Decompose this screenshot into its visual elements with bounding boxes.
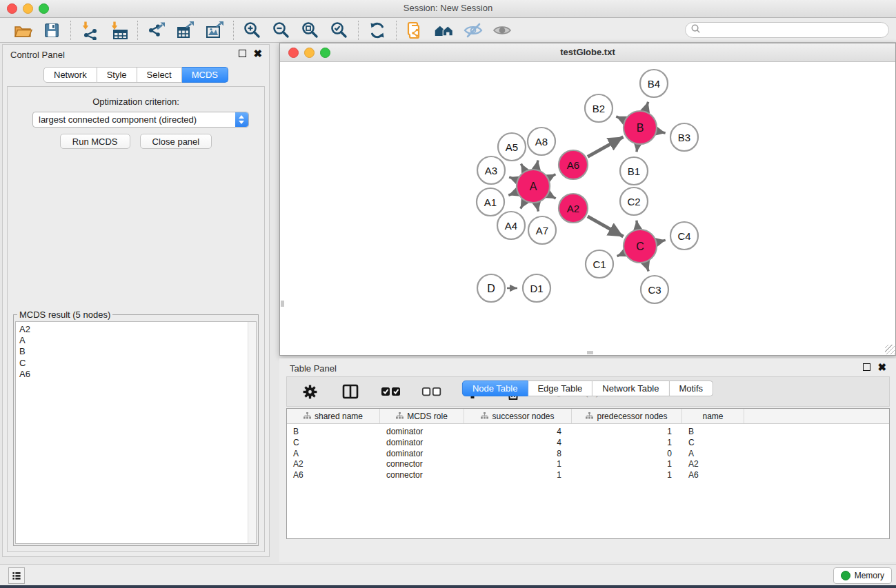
open-session-icon[interactable] <box>12 20 33 41</box>
run-mcds-button[interactable]: Run MCDS <box>60 134 130 149</box>
edge-A-A7[interactable] <box>537 204 538 211</box>
edge-A-A6[interactable] <box>550 174 556 178</box>
tab-motifs[interactable]: Motifs <box>669 381 713 396</box>
result-list-scrollbar[interactable] <box>248 322 256 543</box>
tab-select[interactable]: Select <box>137 67 182 83</box>
edge-A6-B[interactable] <box>588 137 624 157</box>
deselect-all-icon[interactable] <box>421 381 442 402</box>
graph-node-A4[interactable]: A4 <box>497 212 525 239</box>
edge-B-B4[interactable] <box>646 102 648 110</box>
graph-node-B2[interactable]: B2 <box>585 94 613 122</box>
import-network-icon[interactable] <box>79 20 100 41</box>
graph-node-A1[interactable]: A1 <box>477 188 504 216</box>
float-panel-icon[interactable] <box>239 50 246 57</box>
graph-node-C1[interactable]: C1 <box>586 250 613 278</box>
column-header-mcds-role[interactable]: MCDS role <box>380 409 464 423</box>
column-header-shared-name[interactable]: shared name <box>287 409 380 423</box>
cell-mcds-role[interactable]: connector <box>380 470 464 481</box>
edge-A-A1[interactable] <box>508 192 515 195</box>
cell-shared-name[interactable]: A2 <box>287 459 380 470</box>
cell-shared-name[interactable]: C <box>287 438 380 449</box>
cell-mcds-role[interactable]: dominator <box>380 449 464 460</box>
cell-mcds-role[interactable]: dominator <box>380 438 464 449</box>
graph-node-B3[interactable]: B3 <box>670 123 698 151</box>
graph-node-C2[interactable]: C2 <box>620 187 648 215</box>
edge-A-A2[interactable] <box>550 195 556 199</box>
zoom-in-icon[interactable] <box>242 20 263 41</box>
network-graph[interactable]: B4B2BB3A5A8A6B1A3AC2A1A2A4A7C4CC1C3DD1 <box>281 62 895 356</box>
graph-node-A7[interactable]: A7 <box>528 216 556 244</box>
graph-node-D[interactable]: D <box>477 274 505 302</box>
show-details-icon[interactable] <box>492 20 512 41</box>
close-table-panel-icon[interactable]: ✖ <box>877 364 886 371</box>
edge-B-B2[interactable] <box>616 116 623 120</box>
mcds-result-item[interactable]: A <box>19 335 256 346</box>
cell-mcds-role[interactable]: connector <box>380 459 464 470</box>
export-table-icon[interactable] <box>175 20 196 41</box>
edge-A-A4[interactable] <box>521 203 524 209</box>
mcds-result-list[interactable]: A2ABCA6 <box>15 321 257 544</box>
edge-A-A8[interactable] <box>537 161 538 168</box>
graph-node-C4[interactable]: C4 <box>670 222 698 250</box>
search-input[interactable] <box>701 25 888 36</box>
edge-C-C4[interactable] <box>658 240 665 241</box>
edge-C-C2[interactable] <box>637 221 637 228</box>
tab-network[interactable]: Network <box>43 67 97 83</box>
zoom-fit-icon[interactable] <box>300 20 321 41</box>
export-network-icon[interactable] <box>146 20 167 41</box>
close-panel-button[interactable]: Close panel <box>140 134 212 149</box>
graph-node-B1[interactable]: B1 <box>620 157 648 185</box>
close-panel-icon[interactable]: ✖ <box>253 50 262 57</box>
cell-shared-name[interactable]: A6 <box>287 470 380 481</box>
settings-icon[interactable] <box>299 381 320 402</box>
graph-node-B[interactable]: B <box>624 111 657 144</box>
edge-B-B1[interactable] <box>637 146 637 152</box>
edge-C-C3[interactable] <box>646 264 649 272</box>
edge-B-B3[interactable] <box>658 132 665 133</box>
refresh-icon[interactable] <box>367 20 388 41</box>
graph-node-C[interactable]: C <box>624 230 657 263</box>
tab-network-table[interactable]: Network Table <box>593 381 669 396</box>
zoom-selected-icon[interactable] <box>329 20 350 41</box>
search-field[interactable] <box>685 22 889 38</box>
hide-details-icon[interactable] <box>463 20 484 41</box>
graph-node-A8[interactable]: A8 <box>528 128 555 155</box>
clone-network-icon[interactable] <box>405 20 426 41</box>
task-history-button[interactable] <box>8 567 25 584</box>
export-image-icon[interactable] <box>204 20 225 41</box>
mcds-result-item[interactable]: B <box>19 346 256 357</box>
zoom-out-icon[interactable] <box>271 20 292 41</box>
tab-edge-table[interactable]: Edge Table <box>528 381 593 396</box>
graph-node-A5[interactable]: A5 <box>498 133 526 161</box>
mcds-result-item[interactable]: C <box>19 358 256 369</box>
cell-shared-name[interactable]: B <box>287 427 380 438</box>
edge-A-A5[interactable] <box>521 164 524 170</box>
cell-shared-name[interactable]: A <box>287 449 380 460</box>
cell-mcds-role[interactable]: dominator <box>380 427 464 438</box>
graph-node-B4[interactable]: B4 <box>640 70 668 97</box>
graph-node-A2[interactable]: A2 <box>559 194 588 223</box>
edge-A-A3[interactable] <box>509 177 516 180</box>
edge-A2-C[interactable] <box>588 216 624 236</box>
network-canvas[interactable]: B4B2BB3A5A8A6B1A3AC2A1A2A4A7C4CC1C3DD1 <box>281 62 895 354</box>
tab-mcds[interactable]: MCDS <box>182 67 228 83</box>
home-layout-icon[interactable] <box>434 20 455 41</box>
graph-node-A3[interactable]: A3 <box>477 156 505 184</box>
graph-node-A[interactable]: A <box>517 170 550 203</box>
tab-style[interactable]: Style <box>97 67 137 83</box>
graph-node-C3[interactable]: C3 <box>641 276 668 303</box>
float-table-panel-icon[interactable] <box>863 363 870 371</box>
mcds-result-item[interactable]: A2 <box>19 324 256 335</box>
criterion-dropdown[interactable]: largest connected component (directed) <box>32 112 249 128</box>
graph-node-A6[interactable]: A6 <box>559 150 588 179</box>
import-table-icon[interactable] <box>108 20 129 41</box>
save-session-icon[interactable] <box>41 20 62 41</box>
mcds-result-item[interactable]: A6 <box>19 369 256 380</box>
tab-node-table[interactable]: Node Table <box>462 381 528 396</box>
split-view-icon[interactable] <box>340 381 361 402</box>
memory-button[interactable]: Memory <box>833 567 892 584</box>
select-all-icon[interactable] <box>381 381 401 402</box>
edge-C-C1[interactable] <box>617 254 624 256</box>
resize-grip[interactable] <box>885 345 895 354</box>
graph-node-D1[interactable]: D1 <box>523 274 550 302</box>
